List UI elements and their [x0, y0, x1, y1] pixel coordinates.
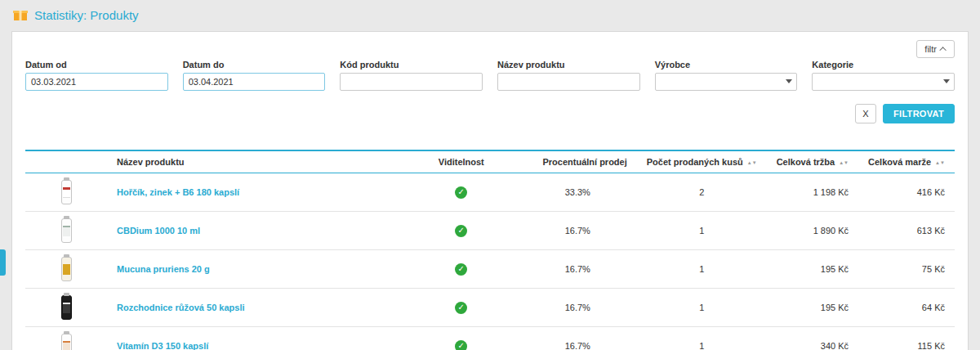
reset-filter-button[interactable]: X	[855, 104, 876, 123]
product-thumbnail	[50, 177, 82, 208]
cell-percent-sold: 16.7%	[519, 212, 637, 250]
product-link[interactable]: Mucuna pruriens 20 g	[117, 264, 210, 274]
product-link[interactable]: Rozchodnice růžová 50 kapsli	[117, 303, 245, 312]
cell-visibility: ✓	[404, 289, 519, 327]
col-pieces-sold[interactable]: Počet prodaných kusů▲▼	[637, 150, 767, 173]
col-total-margin[interactable]: Celková marže▲▼	[858, 150, 955, 173]
filter-field-category: Kategorie	[812, 60, 955, 91]
filter-toggle-label: filtr	[924, 44, 937, 54]
product-thumbnail	[50, 292, 82, 323]
filter-field-date-from: Datum od	[25, 60, 168, 91]
cell-total-revenue: 195 Kč	[767, 250, 858, 289]
table-row: Vitamín D3 150 kapslí ✓ 16.7% 1 340 Kč 1…	[25, 327, 955, 350]
product-thumbnail	[50, 330, 82, 350]
table-header-row: Název produktu Viditelnost Procentuální …	[25, 150, 955, 173]
products-icon	[13, 8, 28, 21]
table-row: CBDium 1000 10 ml ✓ 16.7% 1 1 890 Kč 613…	[25, 212, 955, 250]
product-link[interactable]: Vitamín D3 150 kapslí	[117, 341, 208, 350]
col-visibility: Viditelnost	[404, 150, 519, 173]
product-code-label: Kód produktu	[340, 60, 483, 70]
main-panel: filtr Datum od Datum do Kód produktu Náz…	[11, 31, 969, 350]
cell-product-name: Mucuna pruriens 20 g	[107, 250, 404, 289]
manufacturer-select[interactable]	[655, 73, 798, 91]
cell-total-margin: 115 Kč	[858, 327, 955, 350]
col-image	[25, 150, 107, 173]
filter-field-product-name: Název produktu	[497, 60, 640, 91]
table-row: Mucuna pruriens 20 g ✓ 16.7% 1 195 Kč 75…	[25, 250, 955, 289]
manufacturer-select-wrap	[655, 73, 798, 91]
col-total-revenue-label: Celková tržba	[777, 157, 835, 167]
cell-product-name: CBDium 1000 10 ml	[107, 212, 404, 250]
filter-toggle-row: filtr	[25, 40, 955, 58]
filter-bar: Datum od Datum do Kód produktu Název pro…	[25, 60, 955, 91]
product-link[interactable]: Hořčík, zinek + B6 180 kapslí	[117, 187, 239, 197]
product-name-input[interactable]	[497, 73, 640, 91]
visible-check-icon: ✓	[455, 263, 467, 276]
cell-pieces-sold: 1	[637, 327, 767, 350]
date-to-label: Datum do	[183, 60, 326, 70]
category-select-wrap	[812, 73, 955, 91]
cell-total-margin: 75 Kč	[858, 250, 955, 289]
side-panel-tab[interactable]	[0, 249, 6, 276]
filter-actions: X FILTROVAT	[25, 104, 955, 123]
visible-check-icon: ✓	[455, 340, 467, 350]
cell-product-name: Hořčík, zinek + B6 180 kapslí	[107, 173, 404, 212]
date-to-input[interactable]	[183, 73, 326, 91]
cell-product-image	[25, 250, 107, 289]
sort-icon[interactable]: ▲▼	[839, 161, 849, 165]
category-label: Kategorie	[812, 60, 955, 70]
col-total-margin-label: Celková marže	[868, 157, 931, 167]
date-from-input[interactable]	[25, 73, 168, 91]
products-stats-table: Název produktu Viditelnost Procentuální …	[25, 150, 955, 350]
cell-total-revenue: 340 Kč	[767, 327, 858, 350]
product-code-input[interactable]	[340, 73, 483, 91]
cell-product-image	[25, 212, 107, 250]
filter-submit-button[interactable]: FILTROVAT	[883, 104, 955, 123]
cell-product-image	[25, 327, 107, 350]
col-percent-sold: Procentuální prodej	[519, 150, 637, 173]
cell-total-revenue: 195 Kč	[767, 289, 858, 327]
col-product-name: Název produktu	[107, 150, 404, 173]
chevron-up-icon	[939, 47, 946, 53]
cell-total-revenue: 1 198 Kč	[767, 173, 858, 212]
cell-visibility: ✓	[404, 250, 519, 289]
cell-pieces-sold: 1	[637, 250, 767, 289]
filter-field-date-to: Datum do	[183, 60, 326, 91]
filter-field-product-code: Kód produktu	[340, 60, 483, 91]
sort-icon[interactable]: ▲▼	[935, 161, 945, 165]
col-total-revenue[interactable]: Celková tržba▲▼	[767, 150, 858, 173]
cell-visibility: ✓	[404, 212, 519, 250]
cell-product-name: Vitamín D3 150 kapslí	[107, 327, 404, 350]
cell-percent-sold: 16.7%	[519, 289, 637, 327]
cell-pieces-sold: 1	[637, 289, 767, 327]
cell-total-margin: 64 Kč	[858, 289, 955, 327]
cell-percent-sold: 33.3%	[519, 173, 637, 212]
cell-product-image	[25, 289, 107, 327]
col-pieces-sold-label: Počet prodaných kusů	[647, 157, 743, 167]
filter-field-manufacturer: Výrobce	[655, 60, 798, 91]
date-from-label: Datum od	[25, 60, 168, 70]
product-thumbnail	[50, 215, 82, 246]
cell-product-image	[25, 173, 107, 212]
visible-check-icon: ✓	[455, 225, 467, 237]
topbar: Statistiky: Produkty	[0, 0, 980, 29]
cell-percent-sold: 16.7%	[519, 250, 637, 289]
cell-total-revenue: 1 890 Kč	[767, 212, 858, 250]
cell-visibility: ✓	[404, 327, 519, 350]
category-select[interactable]	[812, 73, 955, 91]
manufacturer-label: Výrobce	[655, 60, 798, 70]
cell-pieces-sold: 1	[637, 212, 767, 250]
cell-visibility: ✓	[404, 173, 519, 212]
product-thumbnail	[50, 254, 82, 285]
cell-total-margin: 416 Kč	[858, 173, 955, 212]
page-title: Statistiky: Produkty	[34, 8, 139, 22]
sort-icon[interactable]: ▲▼	[747, 161, 757, 165]
filter-toggle-button[interactable]: filtr	[916, 40, 955, 58]
visible-check-icon: ✓	[455, 186, 467, 199]
table-row: Hořčík, zinek + B6 180 kapslí ✓ 33.3% 2 …	[25, 173, 955, 212]
product-link[interactable]: CBDium 1000 10 ml	[117, 226, 200, 236]
cell-percent-sold: 16.7%	[519, 327, 637, 350]
cell-total-margin: 613 Kč	[858, 212, 955, 250]
table-row: Rozchodnice růžová 50 kapsli ✓ 16.7% 1 1…	[25, 289, 955, 327]
cell-product-name: Rozchodnice růžová 50 kapsli	[107, 289, 404, 327]
